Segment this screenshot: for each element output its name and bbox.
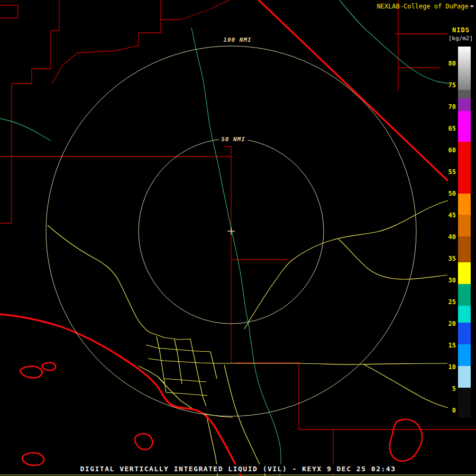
road-line	[244, 200, 448, 329]
product-label: NIDS	[452, 26, 470, 34]
radar-map	[0, 0, 476, 476]
range-ring-label-50: 50 NMI	[219, 136, 248, 143]
county-line	[224, 147, 231, 157]
colorbar-tick: 10	[440, 363, 456, 371]
county-line	[0, 0, 59, 223]
colorbar-tick: 25	[440, 298, 456, 306]
colorbar-tick: 65	[440, 125, 456, 132]
lake-outline	[20, 367, 42, 378]
road-line	[338, 239, 447, 279]
county-line	[235, 363, 476, 429]
range-ring-label-100: 100 NMI	[221, 36, 253, 43]
colorbar-tick: 35	[440, 255, 456, 262]
colorbar-tick: 50	[440, 190, 456, 197]
colorbar-tick: 0	[440, 407, 456, 414]
river-line	[191, 28, 281, 476]
colorbar-tick: 75	[440, 81, 456, 89]
river-line	[340, 0, 448, 84]
river-line	[0, 118, 51, 141]
colorbar-tick: 55	[440, 168, 456, 176]
highway-diagonal	[259, 0, 447, 180]
county-boundaries	[0, 0, 476, 476]
road-line	[364, 364, 448, 408]
county-line	[161, 0, 229, 20]
highway-southwest	[0, 314, 241, 476]
product-title: DIGITAL VERTICALLY INTEGRATED LIQUID (VI…	[75, 464, 401, 473]
lake-outline	[22, 453, 44, 465]
umbrella-icon: ☂	[470, 3, 474, 10]
county-line	[0, 5, 18, 18]
colorbar-tick: 60	[440, 147, 456, 154]
rivers	[0, 0, 448, 476]
colorbar-tick: 40	[440, 233, 456, 241]
colorbar-tick: 70	[440, 103, 456, 111]
major-highways	[0, 0, 447, 476]
road-line	[224, 365, 266, 476]
colorbar-tick: 5	[440, 385, 456, 392]
lake-outline	[390, 419, 422, 461]
colorbar-tick: 15	[440, 342, 456, 349]
lake-outline	[135, 434, 152, 450]
radar-display: NEXLAB-College of DuPage☂ NIDS [kg/m2] 8…	[0, 0, 476, 476]
colorbar	[458, 47, 471, 418]
city-street-grid	[139, 332, 236, 417]
county-line	[52, 0, 161, 84]
branding-text: NEXLAB-College of DuPage☂	[377, 3, 474, 10]
road-line	[48, 225, 149, 332]
units-label: [kg/m2]	[448, 35, 473, 42]
lake-outline	[42, 363, 56, 371]
roads	[0, 200, 476, 476]
road-line	[236, 363, 447, 364]
radar-center-cross	[227, 227, 235, 235]
colorbar-tick: 30	[440, 277, 456, 284]
colorbar-tick: 80	[440, 60, 456, 67]
colorbar-tick: 45	[440, 212, 456, 219]
colorbar-tick: 20	[440, 320, 456, 327]
branding-label: NEXLAB-College of DuPage	[377, 3, 468, 10]
